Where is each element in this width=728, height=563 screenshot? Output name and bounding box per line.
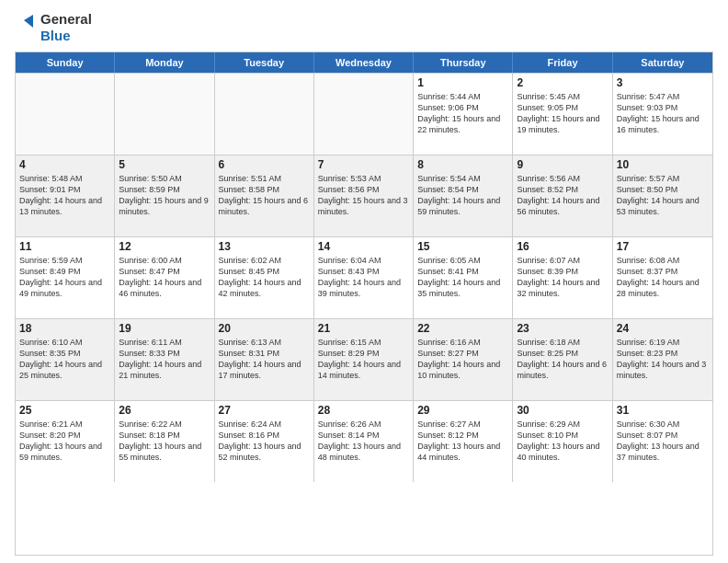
day-number: 30 xyxy=(517,404,608,417)
day-info: Sunrise: 5:51 AMSunset: 8:58 PMDaylight:… xyxy=(219,173,310,218)
day-info: Sunrise: 6:07 AMSunset: 8:39 PMDaylight:… xyxy=(517,255,608,300)
logo-general: General xyxy=(40,11,92,28)
svg-marker-0 xyxy=(24,15,33,28)
day-info: Sunrise: 6:08 AMSunset: 8:37 PMDaylight:… xyxy=(617,255,709,300)
page: General Blue Sunday Monday Tuesday Wedne… xyxy=(0,0,728,563)
day-number: 27 xyxy=(219,404,310,417)
day-number: 4 xyxy=(19,158,110,171)
calendar-row-1: 1Sunrise: 5:44 AMSunset: 9:06 PMDaylight… xyxy=(16,73,712,155)
day-number: 11 xyxy=(19,240,110,253)
day-number: 16 xyxy=(517,240,608,253)
day-info: Sunrise: 6:19 AMSunset: 8:23 PMDaylight:… xyxy=(617,337,709,382)
day-number: 19 xyxy=(119,322,210,335)
day-info: Sunrise: 5:44 AMSunset: 9:06 PMDaylight:… xyxy=(417,91,508,136)
day-info: Sunrise: 6:21 AMSunset: 8:20 PMDaylight:… xyxy=(19,419,110,464)
calendar-row-5: 25Sunrise: 6:21 AMSunset: 8:20 PMDayligh… xyxy=(16,400,712,482)
calendar-cell-r5-c3: 27Sunrise: 6:24 AMSunset: 8:16 PMDayligh… xyxy=(215,401,314,482)
day-info: Sunrise: 6:26 AMSunset: 8:14 PMDaylight:… xyxy=(318,419,409,464)
day-info: Sunrise: 5:57 AMSunset: 8:50 PMDaylight:… xyxy=(617,173,709,218)
calendar-cell-r5-c4: 28Sunrise: 6:26 AMSunset: 8:14 PMDayligh… xyxy=(314,401,414,482)
day-number: 20 xyxy=(219,322,310,335)
calendar-cell-r2-c2: 5Sunrise: 5:50 AMSunset: 8:59 PMDaylight… xyxy=(115,155,214,236)
calendar-cell-r1-c4 xyxy=(314,74,414,155)
calendar-cell-r5-c2: 26Sunrise: 6:22 AMSunset: 8:18 PMDayligh… xyxy=(115,401,214,482)
day-info: Sunrise: 6:24 AMSunset: 8:16 PMDaylight:… xyxy=(219,419,310,464)
day-number: 13 xyxy=(219,240,310,253)
day-number: 9 xyxy=(517,158,608,171)
day-number: 14 xyxy=(318,240,409,253)
day-number: 5 xyxy=(119,158,210,171)
day-number: 6 xyxy=(219,158,310,171)
day-number: 15 xyxy=(417,240,508,253)
day-number: 3 xyxy=(617,76,709,89)
day-number: 17 xyxy=(617,240,709,253)
day-info: Sunrise: 6:05 AMSunset: 8:41 PMDaylight:… xyxy=(417,255,508,300)
day-info: Sunrise: 6:13 AMSunset: 8:31 PMDaylight:… xyxy=(219,337,310,382)
day-info: Sunrise: 6:04 AMSunset: 8:43 PMDaylight:… xyxy=(318,255,409,300)
calendar-cell-r2-c4: 7Sunrise: 5:53 AMSunset: 8:56 PMDaylight… xyxy=(314,155,414,236)
day-number: 25 xyxy=(19,404,110,417)
calendar-cell-r4-c3: 20Sunrise: 6:13 AMSunset: 8:31 PMDayligh… xyxy=(215,319,314,400)
logo-bird-icon xyxy=(15,11,35,44)
calendar-cell-r1-c3 xyxy=(215,74,314,155)
day-number: 28 xyxy=(318,404,409,417)
calendar-cell-r5-c7: 31Sunrise: 6:30 AMSunset: 8:07 PMDayligh… xyxy=(613,401,712,482)
day-info: Sunrise: 6:29 AMSunset: 8:10 PMDaylight:… xyxy=(517,419,608,464)
day-info: Sunrise: 6:15 AMSunset: 8:29 PMDaylight:… xyxy=(318,337,409,382)
calendar-cell-r2-c6: 9Sunrise: 5:56 AMSunset: 8:52 PMDaylight… xyxy=(513,155,612,236)
day-number: 22 xyxy=(417,322,508,335)
day-number: 21 xyxy=(318,322,409,335)
day-info: Sunrise: 5:48 AMSunset: 9:01 PMDaylight:… xyxy=(19,173,110,218)
day-info: Sunrise: 5:45 AMSunset: 9:05 PMDaylight:… xyxy=(517,91,608,136)
day-info: Sunrise: 6:16 AMSunset: 8:27 PMDaylight:… xyxy=(417,337,508,382)
calendar-cell-r4-c2: 19Sunrise: 6:11 AMSunset: 8:33 PMDayligh… xyxy=(115,319,214,400)
calendar-cell-r3-c3: 13Sunrise: 6:02 AMSunset: 8:45 PMDayligh… xyxy=(215,237,314,318)
day-info: Sunrise: 6:30 AMSunset: 8:07 PMDaylight:… xyxy=(617,419,709,464)
header-thursday: Thursday xyxy=(414,52,513,73)
calendar-row-3: 11Sunrise: 5:59 AMSunset: 8:49 PMDayligh… xyxy=(16,236,712,318)
day-number: 12 xyxy=(119,240,210,253)
calendar-cell-r4-c4: 21Sunrise: 6:15 AMSunset: 8:29 PMDayligh… xyxy=(314,319,414,400)
header-monday: Monday xyxy=(115,52,214,73)
calendar-cell-r1-c6: 2Sunrise: 5:45 AMSunset: 9:05 PMDaylight… xyxy=(513,74,612,155)
calendar-cell-r4-c5: 22Sunrise: 6:16 AMSunset: 8:27 PMDayligh… xyxy=(414,319,513,400)
day-number: 8 xyxy=(417,158,508,171)
calendar-cell-r3-c7: 17Sunrise: 6:08 AMSunset: 8:37 PMDayligh… xyxy=(613,237,712,318)
day-number: 24 xyxy=(617,322,709,335)
day-number: 7 xyxy=(318,158,409,171)
header-tuesday: Tuesday xyxy=(215,52,314,73)
calendar-cell-r3-c6: 16Sunrise: 6:07 AMSunset: 8:39 PMDayligh… xyxy=(513,237,612,318)
calendar-cell-r2-c3: 6Sunrise: 5:51 AMSunset: 8:58 PMDaylight… xyxy=(215,155,314,236)
day-info: Sunrise: 6:27 AMSunset: 8:12 PMDaylight:… xyxy=(417,419,508,464)
logo: General Blue xyxy=(15,11,92,44)
header-wednesday: Wednesday xyxy=(314,52,414,73)
day-info: Sunrise: 5:47 AMSunset: 9:03 PMDaylight:… xyxy=(617,91,709,136)
day-info: Sunrise: 5:59 AMSunset: 8:49 PMDaylight:… xyxy=(19,255,110,300)
calendar-cell-r1-c7: 3Sunrise: 5:47 AMSunset: 9:03 PMDaylight… xyxy=(613,74,712,155)
day-info: Sunrise: 6:10 AMSunset: 8:35 PMDaylight:… xyxy=(19,337,110,382)
day-number: 2 xyxy=(517,76,608,89)
calendar-cell-r2-c1: 4Sunrise: 5:48 AMSunset: 9:01 PMDaylight… xyxy=(16,155,115,236)
calendar-header: Sunday Monday Tuesday Wednesday Thursday… xyxy=(16,52,712,73)
calendar-row-4: 18Sunrise: 6:10 AMSunset: 8:35 PMDayligh… xyxy=(16,318,712,400)
logo-blue: Blue xyxy=(40,28,92,44)
calendar: Sunday Monday Tuesday Wednesday Thursday… xyxy=(15,52,713,556)
calendar-cell-r3-c2: 12Sunrise: 6:00 AMSunset: 8:47 PMDayligh… xyxy=(115,237,214,318)
day-info: Sunrise: 6:22 AMSunset: 8:18 PMDaylight:… xyxy=(119,419,210,464)
calendar-cell-r2-c5: 8Sunrise: 5:54 AMSunset: 8:54 PMDaylight… xyxy=(414,155,513,236)
day-number: 23 xyxy=(517,322,608,335)
calendar-cell-r5-c6: 30Sunrise: 6:29 AMSunset: 8:10 PMDayligh… xyxy=(513,401,612,482)
calendar-body: 1Sunrise: 5:44 AMSunset: 9:06 PMDaylight… xyxy=(16,73,712,482)
calendar-cell-r4-c6: 23Sunrise: 6:18 AMSunset: 8:25 PMDayligh… xyxy=(513,319,612,400)
calendar-cell-r4-c7: 24Sunrise: 6:19 AMSunset: 8:23 PMDayligh… xyxy=(613,319,712,400)
header-friday: Friday xyxy=(513,52,612,73)
day-info: Sunrise: 6:00 AMSunset: 8:47 PMDaylight:… xyxy=(119,255,210,300)
day-number: 1 xyxy=(417,76,508,89)
day-info: Sunrise: 6:18 AMSunset: 8:25 PMDaylight:… xyxy=(517,337,608,382)
day-info: Sunrise: 5:53 AMSunset: 8:56 PMDaylight:… xyxy=(318,173,409,218)
calendar-row-2: 4Sunrise: 5:48 AMSunset: 9:01 PMDaylight… xyxy=(16,155,712,236)
calendar-cell-r5-c1: 25Sunrise: 6:21 AMSunset: 8:20 PMDayligh… xyxy=(16,401,115,482)
header-sunday: Sunday xyxy=(16,52,115,73)
calendar-cell-r2-c7: 10Sunrise: 5:57 AMSunset: 8:50 PMDayligh… xyxy=(613,155,712,236)
day-number: 10 xyxy=(617,158,709,171)
